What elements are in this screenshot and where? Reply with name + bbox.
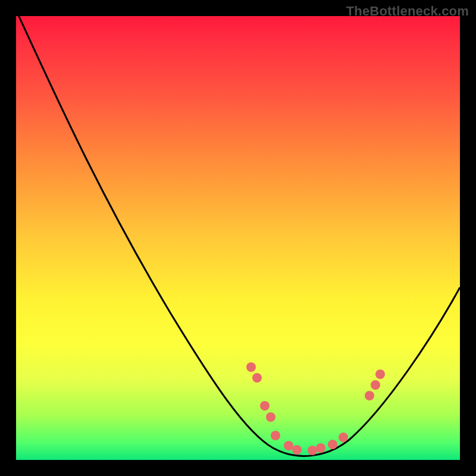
point-1 <box>252 373 262 383</box>
point-6 <box>292 445 302 455</box>
point-12 <box>371 380 380 390</box>
point-5 <box>284 441 293 450</box>
point-13 <box>375 369 385 379</box>
point-0 <box>246 362 256 372</box>
point-8 <box>316 443 325 453</box>
point-4 <box>271 431 280 440</box>
chart-svg <box>16 16 460 460</box>
point-10 <box>339 433 348 442</box>
bottleneck-curve <box>16 16 460 456</box>
data-points <box>246 362 385 455</box>
point-2 <box>260 401 270 411</box>
point-11 <box>365 391 374 400</box>
chart-area <box>16 16 460 460</box>
point-9 <box>328 440 337 449</box>
point-7 <box>308 446 317 455</box>
point-3 <box>266 412 275 422</box>
